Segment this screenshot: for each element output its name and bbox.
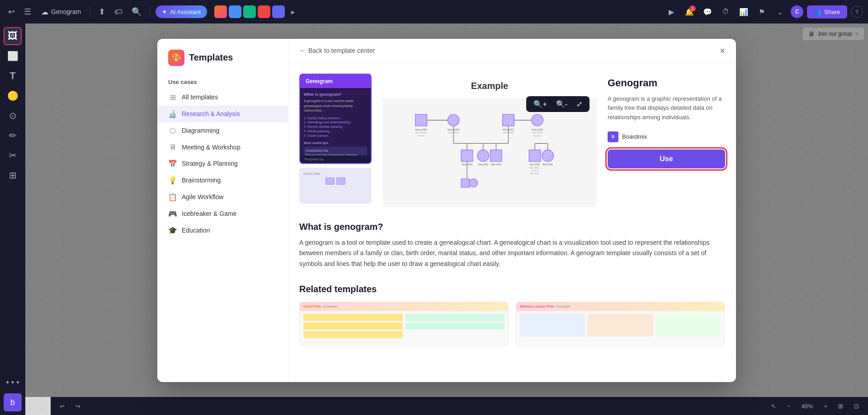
nav-label-education: Education: [182, 227, 210, 234]
gen2-child-2: [477, 149, 489, 161]
nav-items-container: ⊞ All templates 🔬 Research & Analysis ⬡ …: [157, 89, 288, 239]
flag-button[interactable]: ⚑: [755, 5, 769, 19]
modal-main: ← Back to template center × Genogr: [288, 39, 736, 382]
bottom-toolbar: ↩ ↪ ↖ − 48% + ⊞ ⊡: [51, 397, 868, 415]
app-icon-2[interactable]: [229, 5, 241, 18]
sidebar-icon-pen[interactable]: ✏: [4, 126, 22, 145]
thumbnail-small-1[interactable]: Chart view: [299, 168, 372, 204]
nav-item-agile[interactable]: 📋 Agile Workflow: [157, 189, 288, 205]
comment-button[interactable]: 💬: [700, 5, 715, 19]
nav-icon-education: 🎓: [168, 226, 177, 235]
sidebar-icon-shapes[interactable]: ⬜: [4, 47, 22, 65]
ai-assistant-button[interactable]: ✦ AI Assistant: [156, 5, 207, 18]
svg-text:Emily (232): Emily (232): [532, 128, 543, 131]
thumb-footer: Template by: [300, 155, 371, 163]
nav-icon-diagramming: ⬡: [168, 126, 177, 135]
app-icon-5[interactable]: [272, 5, 285, 18]
brand-name: Genogram: [51, 8, 81, 15]
back-to-templates-link[interactable]: ← Back to template center: [299, 47, 375, 54]
play-button[interactable]: ▶: [664, 5, 679, 19]
sidebar-icon-sticky[interactable]: 🟡: [4, 87, 22, 105]
sidebar-icon-text[interactable]: T: [4, 67, 22, 85]
timer-button[interactable]: ⏱: [718, 5, 733, 19]
undo-button[interactable]: ↩: [56, 401, 68, 411]
back-button[interactable]: ↩: [5, 4, 18, 19]
brand-area: ☁ Genogram: [38, 6, 85, 18]
author-icon: b: [608, 131, 618, 142]
tag-button[interactable]: 🏷: [112, 5, 125, 19]
search-button[interactable]: 🔍: [129, 4, 144, 19]
nav-label-diagramming: Diagramming: [182, 127, 219, 134]
template-description: A genogram is a graphic representation o…: [608, 94, 725, 122]
fit-view-button[interactable]: ⊞: [835, 401, 847, 411]
preview-zoom-out-button[interactable]: 🔍-: [553, 99, 570, 109]
gen2-child-1: [461, 149, 473, 161]
help-button[interactable]: ?: [851, 6, 863, 18]
redo-button[interactable]: ↪: [72, 401, 84, 411]
menu-icon: ☰: [24, 7, 31, 17]
zoom-out-button[interactable]: −: [783, 401, 794, 411]
nav-label-agile: Agile Workflow: [182, 193, 223, 201]
more-apps-button[interactable]: ▸: [288, 5, 297, 19]
nav-icon-icebreaker: 🎮: [168, 210, 177, 218]
preview-expand-button[interactable]: ⤢: [574, 99, 585, 109]
nav-item-all[interactable]: ⊞ All templates: [157, 89, 288, 106]
main-toolbar: ↩ ☰ ☁ Genogram ⬆ 🏷 🔍 ✦ AI Assistant ▸ ▶ …: [0, 0, 868, 23]
modal-body[interactable]: Genogram What is genogram? A genogram is…: [288, 63, 736, 382]
related-col-1: [520, 314, 585, 336]
export-button[interactable]: ⬆: [96, 4, 108, 19]
app-icon-4[interactable]: [258, 5, 270, 18]
sidebar-icon-connector[interactable]: ⊙: [4, 107, 22, 125]
svg-text:Sara (232): Sara (232): [478, 163, 489, 166]
avatar[interactable]: C: [791, 5, 803, 18]
sidebar-icon-b-logo[interactable]: b: [4, 393, 22, 411]
menu-button[interactable]: ☰: [21, 4, 34, 19]
thumb-header: Genogram: [300, 75, 371, 88]
chevron-icon: ▸: [291, 8, 295, 16]
sidebar-icon-template[interactable]: 🖼: [4, 27, 22, 45]
nav-item-brainstorming[interactable]: 💡 Brainstorming: [157, 172, 288, 189]
back-arrow-icon: ←: [299, 47, 306, 54]
nav-item-research[interactable]: 🔬 Research & Analysis: [157, 106, 288, 122]
notification-bell-button[interactable]: 🔔 1: [682, 5, 697, 19]
svg-text:Born (2001): Born (2001): [416, 131, 426, 134]
nav-icon-meeting: 🖥: [168, 143, 177, 151]
app-icon-3[interactable]: [243, 5, 256, 18]
related-card-body-2: [516, 311, 725, 339]
svg-text:Born (2001): Born (2001): [530, 166, 540, 168]
cursor-button[interactable]: ↖: [768, 401, 780, 411]
modal-overlay: 🎨 Templates Use cases ⊞ All templates 🔬 …: [25, 23, 868, 397]
nav-item-icebreaker[interactable]: 🎮 Icebreaker & Game: [157, 205, 288, 222]
modal-header: ← Back to template center ×: [288, 39, 736, 63]
genogram-diagram-area: Name (245) Born (2001) Location Name (23…: [382, 99, 597, 207]
app-icon-1[interactable]: [214, 5, 227, 18]
template-thumbnails: Genogram What is genogram? A genogram is…: [299, 74, 372, 207]
sidebar-icon-scissors[interactable]: ✂: [4, 146, 22, 164]
left-sidebar: 🖼 ⬜ T 🟡 ⊙ ✏ ✂ ⊞ • • • b: [0, 23, 25, 415]
ai-icon: ✦: [162, 8, 167, 15]
pages-button[interactable]: ⊡: [850, 401, 863, 411]
nav-label-research: Research & Analysis: [182, 110, 240, 117]
nav-item-meeting[interactable]: 🖥 Meeting & Workshop: [157, 139, 288, 155]
related-card-2[interactable]: Weekly Lesson Plan Example: [516, 302, 725, 347]
sidebar-icon-table[interactable]: ⊞: [4, 166, 22, 184]
nav-icon-brainstorming: 💡: [168, 176, 177, 185]
zoom-in-button[interactable]: +: [820, 401, 831, 411]
nav-item-education[interactable]: 🎓 Education: [157, 222, 288, 239]
nav-item-strategy[interactable]: 📅 Strategy & Planning: [157, 155, 288, 172]
preview-zoom-in-button[interactable]: 🔍+: [531, 99, 549, 109]
share-button[interactable]: 👥 Share: [807, 5, 847, 19]
related-card-1[interactable]: Chart Plan Example: [299, 302, 509, 347]
sidebar-icon-more[interactable]: • • •: [4, 373, 22, 392]
related-card-body-1: [300, 311, 508, 341]
main-canvas[interactable]: 🖥 Join our group × 🎨 Templates Use cases…: [25, 23, 868, 415]
zoom-level[interactable]: 48%: [797, 401, 816, 411]
nav-item-diagramming[interactable]: ⬡ Diagramming: [157, 122, 288, 139]
modal-logo-area: 🎨 Templates: [157, 50, 288, 75]
chart-button[interactable]: 📊: [736, 5, 751, 19]
modal-close-button[interactable]: ×: [720, 46, 725, 55]
thumbnail-main[interactable]: Genogram What is genogram? A genogram is…: [299, 74, 372, 164]
chevron-down-button[interactable]: ⌄: [773, 5, 787, 19]
divider-1: [90, 6, 90, 17]
use-template-button[interactable]: Use: [608, 149, 725, 168]
